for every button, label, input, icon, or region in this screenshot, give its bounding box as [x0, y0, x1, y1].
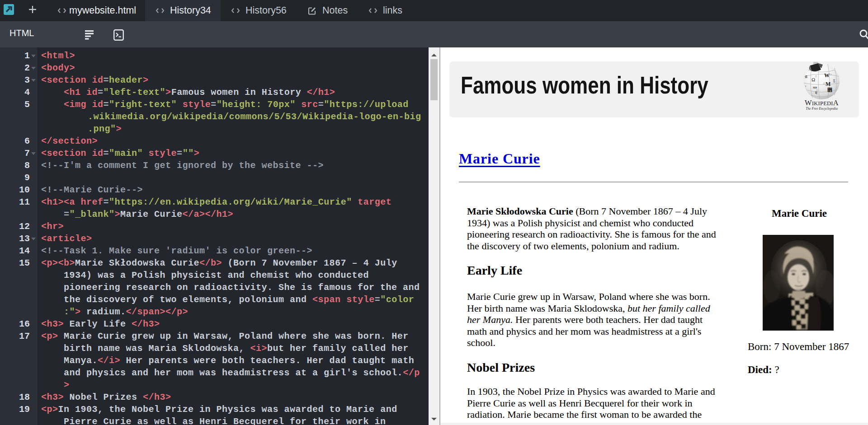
svg-text:Σ: Σ [833, 79, 835, 83]
svg-text:Я: Я [805, 75, 807, 79]
svg-text:WIKIPEDIA: WIKIPEDIA [805, 98, 839, 107]
svg-text:M: M [826, 81, 830, 87]
svg-text:܎: ܎ [827, 87, 832, 93]
svg-text:W: W [824, 72, 830, 79]
svg-text:ми: ми [813, 85, 817, 89]
svg-text:י: י [805, 84, 806, 89]
svg-text:Ω: Ω [811, 77, 815, 82]
svg-text:The Free Encyclopedia: The Free Encyclopedia [806, 107, 838, 111]
svg-text:म: म [815, 91, 817, 95]
